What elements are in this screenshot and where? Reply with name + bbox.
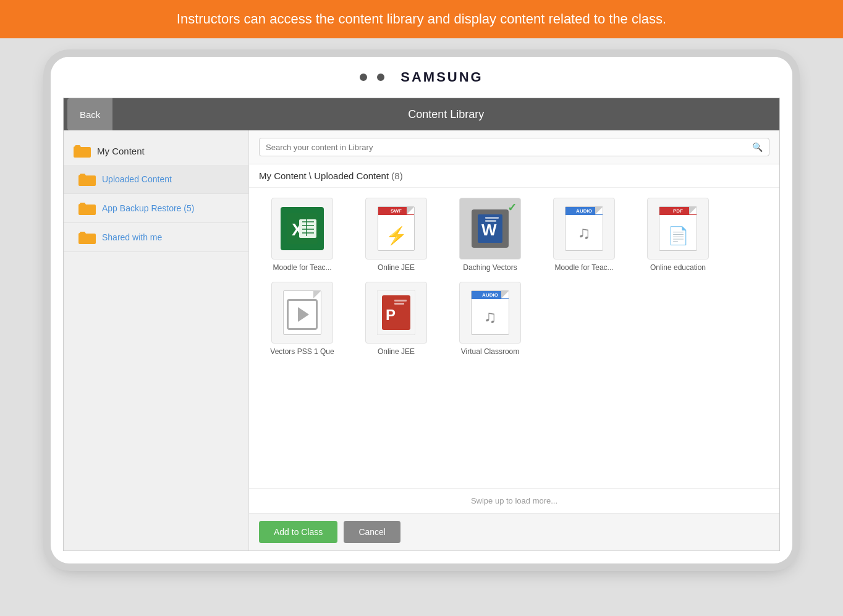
app-title: Content Library (112, 108, 779, 121)
brand-logo: SAMSUNG (400, 69, 483, 85)
app-screen: Back Content Library My Content (63, 98, 780, 551)
content-label: Virtual Classroom (461, 347, 519, 356)
list-item[interactable]: ✕ X (259, 198, 345, 272)
file-corner (689, 207, 697, 214)
selected-checkmark: ✓ (507, 201, 517, 214)
content-thumb-swf: SWF ⚡ (365, 198, 427, 259)
file-page-audio2: AUDIO ♫ (471, 290, 509, 335)
breadcrumb-count: (8) (391, 171, 402, 181)
word-icon-svg: W (472, 209, 509, 248)
sidebar-item-label-shared: Shared with me (102, 232, 162, 242)
list-item[interactable]: AUDIO ♫ Virtual Classroom (447, 282, 533, 356)
banner-text: Instructors can access the content libra… (177, 11, 666, 27)
grid-row-2: Vectors PSS 1 Que P (259, 282, 769, 356)
sidebar: My Content Uploaded Content (64, 130, 249, 551)
sidebar-item-label-uploaded: Uploaded Content (102, 174, 172, 184)
list-item[interactable]: W ✓ Daching Vectors (447, 198, 533, 272)
sidebar-item-uploaded-content[interactable]: Uploaded Content (64, 165, 248, 194)
svg-rect-17 (394, 303, 404, 305)
content-thumb-video (271, 282, 333, 344)
music-note-2: ♫ (484, 307, 497, 327)
tablet-device: SAMSUNG Back Content Library (51, 57, 792, 563)
folder-icon-shared (78, 230, 96, 244)
play-triangle (298, 307, 309, 322)
app-header: Back Content Library (64, 98, 779, 130)
sidebar-item-label-backup: App Backup Restore (5) (102, 203, 194, 213)
bottom-bar: Add to Class Cancel (249, 513, 779, 551)
grid-row-1: ✕ X (259, 198, 769, 272)
swipe-hint: Swipe up to load more... (249, 488, 779, 513)
content-thumb-word: W ✓ (459, 198, 521, 259)
file-page-video (283, 290, 321, 335)
search-icon-button[interactable]: 🔍 (752, 142, 763, 152)
content-thumb-audio1: AUDIO ♫ (553, 198, 615, 259)
content-label: Moodle for Teac... (554, 263, 613, 272)
camera-dot-2 (377, 74, 384, 81)
search-input[interactable] (266, 143, 752, 152)
main-content: 🔍 My Content \ Uploaded Content (8) (249, 130, 779, 551)
file-corner (501, 291, 509, 298)
sidebar-item-app-backup[interactable]: App Backup Restore (5) (64, 194, 248, 223)
content-label: Online education (650, 263, 706, 272)
folder-icon-backup (78, 201, 96, 215)
list-item[interactable]: PDF 📄 Online education (635, 198, 721, 272)
file-corner (407, 207, 414, 214)
file-page-swf: SWF ⚡ (378, 206, 415, 251)
tablet-top-bar: SAMSUNG (51, 57, 792, 98)
swipe-hint-text: Swipe up to load more... (471, 496, 557, 505)
folder-icon-uploaded (78, 172, 96, 186)
my-content-label: My Content (97, 146, 145, 156)
content-thumb-pdf: PDF 📄 (647, 198, 709, 259)
excel-icon: ✕ X (281, 207, 324, 250)
content-label: Online JEE (378, 263, 415, 272)
svg-rect-16 (394, 300, 407, 302)
content-label: Vectors PSS 1 Que (270, 347, 334, 356)
top-banner: Instructors can access the content libra… (0, 0, 843, 38)
folder-icon-my-content (74, 144, 91, 158)
ppt-icon-svg: P (377, 290, 415, 335)
list-item[interactable]: SWF ⚡ Online JEE (353, 198, 439, 272)
content-label: Moodle for Teac... (273, 263, 331, 272)
device-area: SAMSUNG Back Content Library (0, 38, 843, 616)
content-thumb-excel: ✕ X (271, 198, 333, 259)
video-icon (283, 290, 321, 335)
content-grid: ✕ X (249, 188, 779, 488)
back-button[interactable]: Back (67, 98, 112, 130)
svg-text:W: W (481, 221, 497, 239)
cancel-button[interactable]: Cancel (344, 521, 400, 543)
flash-symbol: ⚡ (386, 226, 407, 246)
play-button-icon (287, 299, 318, 330)
my-content-header: My Content (64, 137, 248, 165)
content-label: Daching Vectors (463, 263, 517, 272)
search-bar: 🔍 (259, 138, 769, 156)
add-to-class-button[interactable]: Add to Class (259, 521, 337, 543)
breadcrumb-path: My Content \ Uploaded Content (259, 171, 389, 181)
file-page-audio1: AUDIO ♫ (565, 206, 603, 251)
pdf-symbol: 📄 (667, 226, 689, 246)
music-note-1: ♫ (578, 223, 591, 243)
list-item[interactable]: Vectors PSS 1 Que (259, 282, 345, 356)
app-body: My Content Uploaded Content (64, 130, 779, 551)
content-label: Online JEE (378, 347, 415, 356)
file-corner (595, 207, 603, 214)
svg-rect-11 (485, 217, 499, 219)
file-corner (313, 291, 321, 298)
list-item[interactable]: AUDIO ♫ Moodle for Teac... (541, 198, 627, 272)
content-thumb-ppt: P (365, 282, 427, 344)
sidebar-item-shared[interactable]: Shared with me (64, 223, 248, 252)
camera-dot-1 (360, 74, 367, 81)
list-item[interactable]: P Online JEE (353, 282, 439, 356)
search-bar-container: 🔍 (249, 130, 779, 164)
svg-text:P: P (386, 306, 396, 323)
breadcrumb-bar: My Content \ Uploaded Content (8) (249, 164, 779, 188)
svg-rect-12 (485, 220, 496, 222)
content-thumb-audio2: AUDIO ♫ (459, 282, 521, 344)
file-page-pdf: PDF 📄 (659, 206, 697, 251)
